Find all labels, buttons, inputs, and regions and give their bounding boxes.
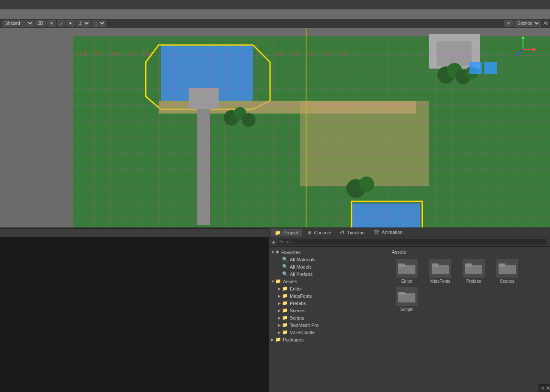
gizmos-select[interactable]: Gizmos — [514, 20, 541, 27]
svg-rect-9 — [437, 41, 472, 66]
svg-text:2,10: 2,10 — [340, 51, 347, 55]
asset-scenes[interactable]: Scenes — [492, 259, 522, 284]
all-models-label: All Models — [290, 264, 312, 269]
scripts-folder-icon: 📁 — [282, 315, 288, 320]
star-icon: ★ — [275, 249, 280, 255]
favorites-arrow: ▼ — [271, 250, 275, 254]
tab-project-icon: 📁 — [275, 230, 281, 235]
svg-text:-10,10: -10,10 — [93, 51, 104, 55]
tree-assets[interactable]: ▼ 📁 Assets — [269, 278, 389, 285]
shaded-dropdown[interactable]: Shaded Wireframe — [2, 20, 34, 27]
project-tree: ▼ ★ Favorites 🔍 All Materials 🔍 All Mode… — [269, 247, 389, 392]
search-icon-materials: 🔍 — [282, 257, 288, 262]
project-tabs: 📁 Project 🖥 Console ⏱ Timeline 🎬 Animati… — [269, 228, 550, 237]
svg-text:0,10: 0,10 — [307, 51, 315, 55]
asset-scripts[interactable]: Scripts — [392, 287, 422, 312]
audio-toggle[interactable]: ♪ — [57, 20, 65, 27]
tree-editor[interactable]: ▶ 📁 Editor — [269, 285, 389, 292]
scene-close-btn[interactable]: ✕ — [504, 20, 513, 27]
overlay-select[interactable]: ↓ — [92, 20, 106, 27]
svg-point-62 — [242, 113, 255, 127]
svg-rect-161 — [465, 263, 472, 267]
asset-matsfonts-label: MatsFonts — [430, 279, 451, 284]
2d-toggle[interactable]: 2D — [35, 20, 46, 27]
tab-project[interactable]: 📁 Project — [271, 229, 302, 236]
bottom-right-panel: 📁 Project 🖥 Console ⏱ Timeline 🎬 Animati… — [269, 228, 550, 392]
add-asset-btn[interactable]: + — [272, 239, 275, 245]
asset-folder-matsfonts — [429, 259, 451, 278]
packages-arrow: ▶ — [271, 338, 275, 342]
scripts-arrow: ▶ — [278, 316, 282, 320]
asset-folder-scenes — [496, 259, 518, 278]
tree-all-prefabs[interactable]: 🔍 All Prefabs — [269, 270, 389, 278]
status-bar: ⚙ Assets/Scenes/LevelOne.unity — [538, 384, 550, 392]
asset-prefabs[interactable]: Prefabs — [459, 259, 489, 284]
tree-scripts[interactable]: ▶ 📁 Scripts — [269, 314, 389, 321]
asset-editor-label: Editor — [401, 279, 412, 284]
svg-text:1,10: 1,10 — [323, 51, 331, 55]
editor-folder-icon: 📁 — [282, 286, 288, 291]
matsfonts-folder-icon: 📁 — [282, 293, 288, 299]
voxelcastle-arrow: ▶ — [278, 330, 282, 335]
fx-toggle[interactable]: ✦ — [66, 20, 75, 27]
tab-console-icon: 🖥 — [307, 230, 311, 235]
render-path-select[interactable]: 2 — [76, 20, 90, 27]
asset-scenes-label: Scenes — [500, 279, 514, 284]
asset-folder-editor — [396, 259, 418, 278]
svg-rect-163 — [499, 263, 505, 267]
asset-prefabs-label: Prefabs — [466, 279, 481, 284]
svg-rect-69 — [469, 62, 482, 74]
project-body: ▼ ★ Favorites 🔍 All Materials 🔍 All Mode… — [269, 247, 550, 392]
tree-textmesh-pro[interactable]: ▶ 📁 TextMesh Pro — [269, 321, 389, 329]
scripts-label: Scripts — [290, 315, 304, 320]
svg-rect-165 — [398, 292, 405, 295]
scenes-arrow: ▶ — [278, 308, 282, 313]
tab-animation-icon: 🎬 — [373, 230, 379, 235]
all-prefabs-label: All Prefabs — [290, 272, 313, 277]
all-materials-label: All Materials — [290, 257, 316, 262]
lighting-toggle[interactable]: ☀ — [47, 20, 56, 27]
scenes-folder-icon: 📁 — [282, 308, 288, 313]
tree-packages[interactable]: ▶ 📁 Packages — [269, 336, 389, 343]
asset-matsfonts[interactable]: MatsFonts — [425, 259, 455, 284]
folder-icon-matsfonts — [432, 261, 449, 275]
svg-text:-1,10: -1,10 — [292, 51, 301, 55]
panel-options-btn[interactable]: ⋮ — [541, 229, 548, 236]
tree-voxelcastle[interactable]: ▶ 📁 VoxelCastle — [269, 329, 389, 336]
asset-scripts-label: Scripts — [400, 307, 414, 312]
svg-rect-157 — [398, 263, 405, 267]
tab-project-label: Project — [283, 230, 298, 235]
tree-all-models[interactable]: 🔍 All Models — [269, 263, 389, 270]
asset-editor[interactable]: Editor — [392, 259, 422, 284]
status-bar-text: Assets/Scenes/LevelOne.unity — [547, 386, 550, 391]
tab-timeline[interactable]: ⏱ Timeline — [336, 229, 369, 236]
tree-matsfonts[interactable]: ▶ 📁 MatsFonts — [269, 292, 389, 299]
asset-folder-prefabs — [463, 259, 485, 278]
packages-folder-icon: 📁 — [275, 337, 281, 342]
favorites-label: Favorites — [281, 250, 301, 255]
textmesh-arrow: ▶ — [278, 323, 282, 327]
voxelcastle-label: VoxelCastle — [290, 330, 315, 335]
scene-view: Shaded Wireframe 2D ☀ ♪ ✦ 2 ↓ ✕ Gizmos A… — [0, 9, 550, 228]
tree-all-materials[interactable]: 🔍 All Materials — [269, 256, 389, 263]
asset-folder-scripts — [396, 287, 418, 306]
svg-rect-5 — [300, 101, 429, 186]
tree-scenes[interactable]: ▶ 📁 Scenes — [269, 307, 389, 314]
folder-icon-scenes — [499, 261, 516, 275]
status-bar-icon: ⚙ — [541, 386, 545, 391]
tab-animation[interactable]: 🎬 Animation — [370, 228, 406, 236]
svg-text:-11,10: -11,10 — [76, 51, 87, 55]
tab-console[interactable]: 🖥 Console — [303, 229, 335, 236]
tree-favorites[interactable]: ▼ ★ Favorites — [269, 248, 389, 256]
tab-timeline-label: Timeline — [347, 230, 365, 235]
folder-icon-editor — [398, 261, 415, 275]
project-search-input[interactable] — [277, 239, 547, 245]
editor-label: Editor — [290, 286, 302, 291]
all-label: All — [544, 21, 548, 26]
scene-map: -11,10 -10,10 -9,10 -8,10 8,10 -2,10 -1,… — [0, 28, 550, 228]
svg-text:8,10: 8,10 — [143, 51, 151, 55]
assets-label: Assets — [283, 279, 297, 284]
svg-point-68 — [359, 177, 374, 192]
assets-grid: Assets Editor — [389, 247, 550, 392]
tree-prefabs[interactable]: ▶ 📁 Prefabs — [269, 299, 389, 307]
